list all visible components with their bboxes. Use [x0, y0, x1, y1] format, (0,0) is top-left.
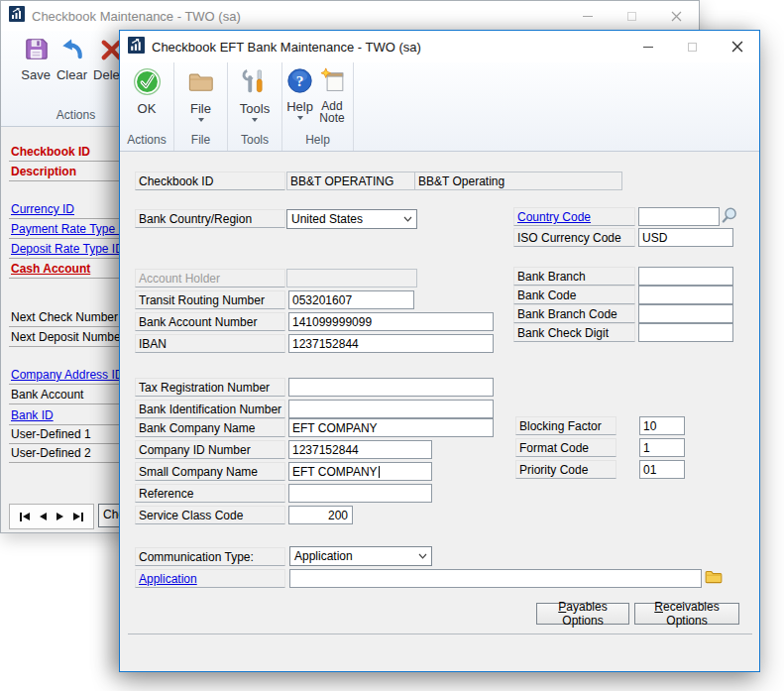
label-bank-check-digit: Bank Check Digit [513, 323, 635, 342]
bank-country-dropdown[interactable]: United States [286, 209, 417, 229]
prompt-user-defined-2: User-Defined 2 [9, 444, 124, 463]
close-icon[interactable] [654, 1, 699, 31]
first-record-button[interactable] [20, 513, 30, 521]
label-bank-identification-number: Bank Identification Number [135, 400, 285, 418]
clear-label: Clear [56, 68, 87, 82]
chevron-down-icon [418, 553, 427, 559]
label-small-company-name: Small Company Name [135, 462, 285, 481]
prompt-cash-account[interactable]: Cash Account [9, 260, 124, 279]
iban-field[interactable]: 1237152844 [288, 334, 494, 353]
ribbon-group-help: ? Help Add Note Help [282, 62, 354, 151]
front-ribbon: OK Actions File File [120, 62, 759, 152]
chevron-down-icon [297, 116, 303, 120]
bank-check-digit-field[interactable] [638, 323, 733, 342]
minimize-icon[interactable] [625, 31, 670, 62]
label-service-class-code: Service Class Code [135, 506, 285, 524]
blocking-factor-field[interactable]: 10 [639, 416, 685, 435]
country-code-field[interactable] [638, 207, 720, 226]
bank-account-number-field[interactable]: 141099999099 [288, 312, 494, 331]
previous-record-button[interactable] [40, 513, 47, 520]
ok-label: OK [138, 102, 157, 116]
file-menu-button[interactable]: File [183, 66, 218, 122]
label-tax-registration-number: Tax Registration Number [135, 378, 285, 397]
prompt-payment-rate-type[interactable]: Payment Rate Type ID [9, 220, 124, 239]
prompt-company-address-id[interactable]: Company Address ID [9, 366, 124, 385]
add-note-button[interactable]: Add Note [314, 66, 350, 125]
save-button[interactable]: Save [18, 35, 54, 81]
label-iban: IBAN [135, 334, 285, 353]
tools-menu-button[interactable]: Tools [237, 66, 273, 122]
small-company-name-field[interactable]: EFT COMPANY [288, 462, 432, 481]
tools-label: Tools [240, 102, 270, 116]
receivables-options-button[interactable]: Receivables Options [634, 603, 739, 625]
next-record-button[interactable] [56, 513, 63, 520]
app-icon [128, 37, 145, 58]
maximize-icon[interactable] [670, 31, 715, 62]
label-bank-branch: Bank Branch [513, 267, 635, 286]
footer-divider [128, 633, 752, 634]
application-path-field[interactable] [289, 569, 702, 588]
clear-icon [58, 36, 85, 68]
bank-code-field[interactable] [638, 286, 733, 304]
prompt-currency-id[interactable]: Currency ID [9, 200, 124, 219]
clear-button[interactable]: Clear [54, 35, 90, 81]
bank-branch-field[interactable] [638, 267, 733, 286]
checkbook-description-field: BB&T Operating [414, 172, 622, 190]
receivables-key: R [654, 600, 663, 614]
label-transit-routing-number: Transit Routing Number [135, 290, 285, 309]
maximize-icon[interactable] [610, 1, 654, 31]
format-code-field[interactable]: 1 [639, 438, 685, 457]
label-checkbook-id: Checkbook ID [135, 172, 285, 190]
checkbook-eft-bank-maintenance-window: Checkbook EFT Bank Maintenance - TWO (sa… [119, 30, 760, 672]
label-bank-country: Bank Country/Region [135, 209, 285, 228]
file-folder-icon [186, 67, 215, 102]
payables-options-button[interactable]: Payables Options [536, 603, 629, 625]
front-titlebar[interactable]: Checkbook EFT Bank Maintenance - TWO (sa… [120, 31, 759, 62]
reference-field[interactable] [288, 484, 432, 503]
communication-type-dropdown[interactable]: Application [289, 546, 432, 566]
close-icon[interactable] [715, 31, 759, 62]
prompt-deposit-rate-type[interactable]: Deposit Rate Type ID [9, 240, 124, 259]
bank-company-name-field[interactable]: EFT COMPANY [288, 418, 494, 437]
record-navigation [9, 504, 94, 529]
text-caret [379, 466, 380, 478]
prompt-description: Description [9, 163, 124, 181]
ribbon-group-label: Actions [121, 131, 171, 151]
ribbon-group-file: File File [174, 62, 228, 151]
label-country-code[interactable]: Country Code [513, 207, 635, 226]
last-record-button[interactable] [73, 513, 83, 521]
label-format-code: Format Code [515, 438, 616, 457]
transit-routing-number-field[interactable]: 053201607 [288, 290, 414, 309]
tax-registration-number-field[interactable] [288, 378, 494, 397]
back-window-title: Checkbook Maintenance - TWO (sa) [32, 9, 241, 24]
label-bank-account-number: Bank Account Number [135, 312, 285, 331]
label-blocking-factor: Blocking Factor [515, 416, 616, 435]
bank-branch-code-field[interactable] [638, 304, 733, 323]
ok-button[interactable]: OK [130, 66, 165, 115]
ribbon-group-label: File [185, 131, 216, 151]
add-note-icon [319, 67, 346, 100]
prompt-bank-id[interactable]: Bank ID [9, 406, 124, 425]
priority-code-field[interactable]: 01 [639, 460, 685, 479]
company-id-number-field[interactable]: 1237152844 [288, 440, 432, 459]
help-menu-button[interactable]: ? Help [285, 66, 314, 120]
ok-icon [133, 67, 162, 102]
iso-currency-code-field[interactable]: USD [638, 228, 733, 247]
lookup-icon[interactable] [720, 206, 738, 229]
tools-icon [240, 67, 269, 102]
back-titlebar[interactable]: Checkbook Maintenance - TWO (sa) [1, 1, 699, 31]
ribbon-group-tools: Tools Tools [228, 62, 282, 151]
label-bank-code: Bank Code [513, 286, 635, 304]
prompt-user-defined-1: User-Defined 1 [9, 425, 124, 444]
label-application[interactable]: Application [135, 569, 285, 588]
label-company-id-number: Company ID Number [135, 440, 285, 459]
label-priority-code: Priority Code [515, 460, 616, 479]
bank-identification-number-field[interactable] [288, 400, 494, 418]
chevron-down-icon [403, 216, 412, 222]
label-account-holder: Account Holder [135, 269, 285, 288]
label-reference: Reference [135, 484, 285, 503]
bank-country-value: United States [291, 212, 363, 226]
service-class-code-field[interactable]: 200 [288, 506, 353, 524]
browse-folder-icon[interactable] [705, 568, 723, 590]
minimize-icon[interactable] [565, 1, 610, 31]
